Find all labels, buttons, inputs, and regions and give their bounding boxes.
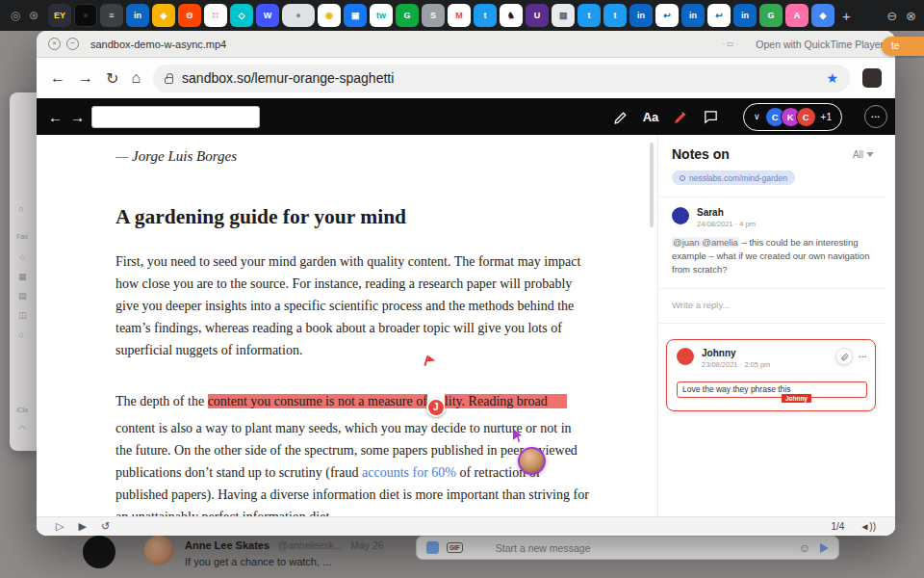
image-attach-icon[interactable] [426,541,439,554]
pinned-tab[interactable]: in [681,4,705,27]
active-comment-card[interactable]: ••• Johnny 23/08/2021 · 2:05 pm Johnny [666,339,876,411]
player-close-icon[interactable]: × [48,38,61,50]
pinned-tab[interactable]: t [474,4,497,27]
highlighted-text[interactable]: lity. Reading broad [445,394,567,408]
pinned-tabs: EY ● ≡ in ◆ ʘ ∷ ◇ W ● ◉ ▣ tw G S M t ♞ U… [48,4,834,27]
tweet-preview[interactable]: Anne Lee Skates @anneleesk... May 26 If … [144,536,384,567]
collab-back-icon[interactable]: ← [44,109,66,125]
replay-icon[interactable]: ↺ [101,520,110,533]
highlighted-text[interactable]: content you consume is not a measure of [208,394,427,408]
back-icon[interactable]: ← [50,69,65,87]
pinned-tab[interactable]: W [256,4,279,27]
pinned-tab[interactable]: ♞ [500,4,523,27]
pinned-tab[interactable]: ◈ [811,4,834,27]
pinned-tab[interactable]: M [448,4,471,27]
toolbar-more-button[interactable]: ••• [864,105,887,128]
address-bar[interactable]: sandbox.so/lemur-orange-spaghetti ★ [153,65,850,92]
pinned-tab[interactable]: G [759,4,783,27]
play-icon[interactable]: ▶ [78,520,86,533]
emoji-icon[interactable]: ☺ [799,541,810,555]
note-button-clipped[interactable]: te [882,37,924,56]
highlighter-icon[interactable] [611,107,630,126]
open-with-quicktime-label[interactable]: Open with QuickTime Player [756,39,884,50]
gif-icon[interactable]: GIF [447,542,463,553]
extension-icon[interactable] [862,68,882,88]
red-marker-icon[interactable] [671,107,690,126]
pinned-tab[interactable]: EY [48,4,71,27]
tab-strip-control-icon[interactable]: ◎ [8,8,23,23]
commenter-avatar [672,207,689,224]
pinned-tab[interactable]: ↩ [655,4,679,27]
url-text[interactable]: sandbox.so/lemur-orange-spaghetti [182,70,394,86]
message-composer[interactable]: GIF Start a new message ☺ [416,536,839,560]
pinned-tab[interactable]: ◆ [152,4,175,27]
pinned-tab[interactable]: ≡ [100,4,123,27]
inline-link[interactable]: accounts for 60% [362,465,456,480]
scrollbar-thumb[interactable] [650,143,654,227]
commenter-name: Johnny [702,348,770,358]
pinned-tab[interactable]: ʘ [178,4,201,27]
comment-more-button[interactable]: ••• [859,354,867,359]
finder-icon[interactable]: ◫ [18,310,27,320]
active-tab[interactable]: ● [282,4,315,27]
text-format-button[interactable]: Aa [641,107,660,126]
highlight-author-avatar[interactable]: J [426,398,446,417]
article-paragraph: First, you need to seed your mind garden… [116,250,591,361]
pinned-tab[interactable]: in [733,4,757,27]
collab-search-input[interactable] [91,106,260,128]
cloud-icon[interactable]: ◠ [18,424,26,434]
finder-icon[interactable]: ☆ [18,252,26,262]
pinned-tab[interactable]: t [603,4,627,27]
pinned-tab[interactable]: G [396,4,419,27]
user-avatar[interactable] [83,536,116,568]
window-minimize-icon[interactable]: ⊖ [886,9,897,23]
presence-avatar-group[interactable]: ∨ C K C +1 [743,103,842,131]
collab-forward-icon[interactable]: → [66,109,89,125]
pinned-tab[interactable]: A [785,4,808,27]
presence-overflow-count[interactable]: +1 [821,112,832,122]
pinned-tab[interactable]: ▤ [552,4,575,27]
recorded-browser-window: ← → ↻ ⌂ sandbox.so/lemur-orange-spaghett… [37,58,895,536]
pinned-tab[interactable]: in [629,4,653,27]
forward-icon[interactable]: → [78,69,93,87]
comment-timestamp: 23/08/2021 · 2:05 pm [702,360,770,369]
tab-strip-control-icon[interactable]: ⊛ [26,8,41,23]
source-url-chip[interactable]: nesslabs.com/mind-garden [672,171,795,185]
notes-filter[interactable]: All [853,149,874,160]
pinned-tab[interactable]: ∷ [204,4,227,27]
comment-draft-input[interactable] [677,381,867,398]
reload-icon[interactable]: ↻ [106,69,118,88]
frame-step-icons[interactable]: ·▭· [722,39,740,48]
chevron-down-icon: ∨ [754,112,760,121]
pinned-tab[interactable]: ↩ [707,4,731,27]
reply-input[interactable]: Write a reply... [658,289,886,324]
collaboration-toolbar: ← → Aa ∨ C K [37,98,895,135]
step-back-icon[interactable]: ▷ [56,520,64,533]
volume-icon[interactable]: ◄)) [860,521,876,532]
presence-avatar[interactable]: C [796,107,816,127]
comment-card[interactable]: Sarah 24/08/2021 · 4 pm @juan @amelia – … [658,197,886,289]
comment-bubble-icon[interactable] [701,107,720,126]
pinned-tab[interactable]: ● [74,4,97,27]
pinned-tab[interactable]: ◉ [318,4,341,27]
pinned-tab[interactable]: ◇ [230,4,253,27]
pinned-tab[interactable]: in [126,4,149,27]
mention-text[interactable]: @juan @amelia [672,237,739,248]
new-tab-button[interactable]: + [842,8,851,24]
pinned-tab[interactable]: ▣ [344,4,367,27]
finder-icon[interactable]: ▦ [18,272,27,281]
message-input-placeholder[interactable]: Start a new message [496,542,591,554]
bookmark-star-icon[interactable]: ★ [826,70,838,86]
home-icon[interactable]: ⌂ [131,69,141,87]
pinned-tab[interactable]: U [526,4,549,27]
attach-button[interactable] [835,348,853,365]
pinned-tab[interactable]: tw [370,4,393,27]
player-minimize-icon[interactable]: − [66,38,79,50]
finder-icon[interactable]: ⌂ [18,329,23,339]
pinned-tab[interactable]: t [578,4,601,27]
send-icon[interactable] [820,543,829,553]
finder-icon[interactable]: ○ [18,204,23,214]
finder-icon[interactable]: ▤ [18,291,27,301]
window-close-icon[interactable]: ⊗ [906,9,916,23]
pinned-tab[interactable]: S [422,4,445,27]
